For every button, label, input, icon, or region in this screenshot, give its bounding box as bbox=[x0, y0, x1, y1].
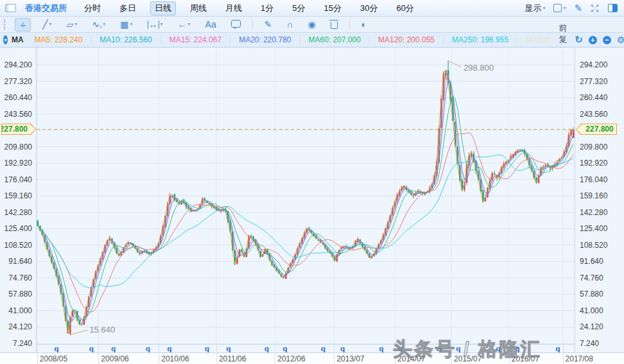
ma-legend-ma5[interactable]: MA5: 228.240 bbox=[26, 35, 91, 44]
side-panel-icon[interactable] bbox=[608, 4, 618, 12]
grid-tool[interactable]: ▦▾ bbox=[117, 17, 135, 31]
ma-legend-ma10[interactable]: MA10: 226.560 bbox=[91, 35, 160, 44]
ma-legend-ma20[interactable]: MA20: 220.780 bbox=[230, 35, 299, 44]
ex-dividend-marker[interactable]: q bbox=[379, 344, 383, 353]
top-right-controls: 显示 ▾ ▾ ✎ ↖↗↙↘ bbox=[524, 3, 618, 14]
candlestick-plot[interactable] bbox=[37, 48, 575, 344]
x-axis-date-label: 2013/07 bbox=[336, 354, 364, 363]
trendline-tool[interactable]: ╱▾ bbox=[39, 17, 55, 31]
ex-dividend-marker[interactable]: q bbox=[456, 344, 460, 353]
fullscreen-corner-arrow: ↗ bbox=[595, 4, 600, 8]
ex-dividend-marker[interactable]: q bbox=[264, 344, 269, 353]
x-axis-date-label: 2008/05 bbox=[40, 354, 67, 363]
arrow-tool[interactable]: ←▾ bbox=[175, 17, 194, 31]
current-price-badge: 227.800 bbox=[576, 123, 617, 135]
ma-legend-ma500[interactable]: MA500 bbox=[517, 35, 559, 44]
text-tool-glyph: Aa bbox=[205, 19, 216, 30]
brush-icon[interactable]: ✎ bbox=[574, 3, 582, 14]
period-tab-15分[interactable]: 15分 bbox=[319, 1, 345, 15]
period-tab-周线[interactable]: 周线 bbox=[186, 1, 211, 15]
chevron-down-icon: ▾ bbox=[74, 19, 77, 30]
period-tab-月线[interactable]: 月线 bbox=[221, 1, 247, 15]
sidebar-toggle-icon[interactable] bbox=[5, 4, 16, 12]
y-axis-label: 108.520 bbox=[580, 241, 607, 250]
channel-tool-glyph: ▱ bbox=[66, 19, 73, 30]
ex-dividend-marker[interactable]: q bbox=[111, 344, 116, 353]
wave-tool[interactable]: ∿₃▾ bbox=[89, 15, 108, 33]
x-axis-date-label: 2016/07 bbox=[512, 354, 539, 363]
toolbar-separator bbox=[252, 20, 253, 30]
date-tick bbox=[216, 353, 217, 364]
chart-style-selector[interactable]: ▾ bbox=[553, 4, 566, 12]
ma-group-label[interactable]: MA bbox=[12, 35, 24, 44]
ex-dividend-marker[interactable]: q bbox=[205, 344, 209, 353]
y-axis-label: 159.160 bbox=[580, 191, 607, 200]
ex-dividend-marker[interactable]: q bbox=[555, 344, 560, 353]
magnet-tool[interactable]: ∩ bbox=[283, 17, 296, 31]
period-tab-多日[interactable]: 多日 bbox=[115, 1, 141, 15]
x-axis-date-label: 2017/08 bbox=[566, 354, 593, 363]
comment-bubble-icon bbox=[231, 20, 241, 28]
current-price-value: 227.800 bbox=[576, 124, 616, 134]
ex-dividend-marker[interactable]: q bbox=[146, 344, 150, 353]
trendline-tool-glyph: ╱ bbox=[42, 19, 48, 30]
ma-legend-ma120[interactable]: MA120: 200.055 bbox=[369, 35, 443, 44]
refresh-icon[interactable]: ↻ bbox=[575, 34, 583, 46]
channel-tool[interactable]: ▱▾ bbox=[63, 17, 80, 31]
instrument-title[interactable]: 香港交易所 bbox=[25, 3, 67, 14]
pen-tool-glyph: ✎ bbox=[264, 19, 272, 30]
y-axis-label: 260.440 bbox=[580, 93, 607, 102]
top-menu-bar: 香港交易所 分时多日日线周线月线1分5分15分30分60分 显示 ▾ ▾ ✎ ↖… bbox=[0, 0, 624, 17]
ex-dividend-marker[interactable]: q bbox=[321, 344, 325, 353]
ex-dividend-marker[interactable]: q bbox=[54, 344, 58, 353]
period-tab-分时[interactable]: 分时 bbox=[80, 1, 105, 15]
fullscreen-icon[interactable]: ↖↗↙↘ bbox=[591, 4, 600, 13]
toolbar-grip bbox=[4, 19, 6, 30]
ex-dividend-marker[interactable]: q bbox=[437, 344, 441, 353]
comment-tool[interactable] bbox=[228, 19, 244, 30]
text-tool[interactable]: Aa bbox=[202, 17, 220, 31]
ex-dividend-marker[interactable]: q bbox=[167, 344, 171, 353]
ex-dividend-marker[interactable]: q bbox=[89, 344, 94, 353]
y-axis-label: 24.120 bbox=[580, 322, 603, 331]
pen-tool[interactable]: ✎ bbox=[261, 17, 275, 31]
y-axis-label: 243.560 bbox=[580, 110, 607, 119]
settings-gear-icon[interactable]: ⚙ bbox=[617, 35, 624, 45]
fullscreen-corner-arrow: ↘ bbox=[595, 8, 600, 13]
move-tool[interactable]: ↔↕ bbox=[15, 18, 31, 31]
y-axis-label: 24.120 bbox=[0, 322, 32, 331]
ma-legend-ma15[interactable]: MA15: 224.067 bbox=[160, 35, 230, 44]
period-tab-5分[interactable]: 5分 bbox=[288, 1, 309, 15]
ma-legend-ma250[interactable]: MA250: 196.955 bbox=[443, 35, 517, 44]
ex-dividend-marker[interactable]: q bbox=[282, 344, 287, 353]
ma-legend-ma60[interactable]: MA60: 207.000 bbox=[300, 35, 369, 44]
period-tab-1分[interactable]: 1分 bbox=[256, 1, 278, 15]
zoom-in-icon[interactable]: + bbox=[589, 36, 597, 44]
x-axis-date-label: 2015/07 bbox=[454, 354, 481, 363]
ma-legend: MA5: 228.240MA10: 226.560MA15: 224.067MA… bbox=[26, 35, 559, 44]
y-axis-label: 176.040 bbox=[0, 175, 32, 184]
measure-tool[interactable]: ↔▾ bbox=[144, 17, 166, 31]
zoom-out-icon[interactable]: − bbox=[603, 36, 611, 44]
ex-dividend-marker[interactable]: q bbox=[496, 344, 500, 353]
period-tab-日线[interactable]: 日线 bbox=[150, 1, 176, 15]
ex-dividend-marker[interactable]: q bbox=[226, 344, 230, 353]
toolbar-separator bbox=[349, 20, 350, 30]
eye-tool-glyph: ◉ bbox=[308, 19, 315, 30]
chevron-down-icon: ▾ bbox=[542, 5, 545, 11]
x-axis-dates: 2008/052009/062010/062011/062012/062013/… bbox=[0, 352, 624, 364]
period-tab-60分[interactable]: 60分 bbox=[392, 1, 418, 15]
ex-dividend-marker[interactable]: q bbox=[398, 344, 403, 353]
period-tab-30分[interactable]: 30分 bbox=[356, 1, 382, 15]
magnet-tool-glyph: ∩ bbox=[286, 19, 293, 30]
ex-dividend-marker[interactable]: q bbox=[340, 344, 345, 353]
ex-dividend-marker[interactable]: q bbox=[515, 344, 519, 353]
display-menu-button[interactable]: 显示 ▾ bbox=[524, 3, 545, 14]
y-axis-label: 294.200 bbox=[580, 60, 607, 69]
y-axis-label: 176.040 bbox=[580, 175, 607, 184]
eye-tool[interactable]: ◉ bbox=[304, 17, 318, 31]
contrast-tool[interactable]: ◐ bbox=[358, 17, 370, 31]
ma-dropdown-icon[interactable]: ▼ bbox=[3, 35, 8, 44]
trash-tool[interactable] bbox=[327, 18, 341, 31]
y-axis-label: 142.280 bbox=[0, 208, 32, 217]
